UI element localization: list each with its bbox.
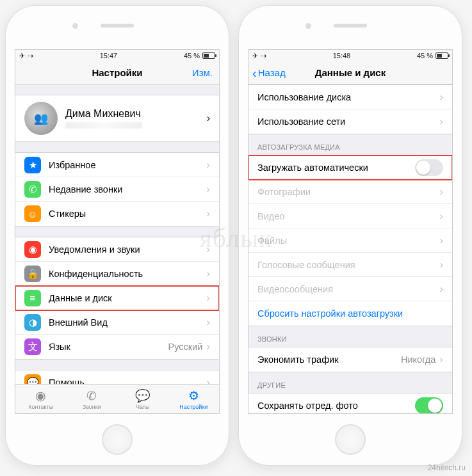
- section-header-other: ДРУГИЕ: [248, 372, 452, 393]
- tab-label: Чаты: [136, 404, 149, 410]
- chevron-right-icon: ›: [206, 207, 210, 220]
- recent-calls-icon: ✆: [24, 181, 41, 198]
- cell-save-data[interactable]: Экономить трафикНикогда›: [248, 347, 452, 372]
- chevron-right-icon: ›: [206, 292, 210, 305]
- chevron-right-icon: ›: [439, 283, 443, 296]
- status-bar: ✈︎ ⇢ 15:48 45 %: [248, 50, 452, 61]
- cell-label: Экономить трафик: [257, 354, 401, 365]
- favorites-icon: ★: [24, 157, 41, 173]
- settings-tab-icon: ⚙: [188, 388, 199, 403]
- cell-label: Использование диска: [257, 92, 439, 102]
- cell-label: Сохранять отред. фото: [257, 401, 415, 411]
- cell-videos: Видео›: [248, 204, 452, 228]
- data-disk-icon: ≡: [24, 290, 41, 306]
- cell-notifications[interactable]: ◉Уведомления и звуки›: [15, 237, 219, 262]
- phone-right: ✈︎ ⇢ 15:48 45 % ‹ Назад Данные и диск Ис…: [238, 5, 462, 466]
- data-disk-content: Использование диска›Использование сети› …: [248, 84, 452, 413]
- cell-reset[interactable]: Сбросить настройки автозагрузки: [248, 301, 452, 326]
- cell-recent-calls[interactable]: ✆Недавние звонки›: [15, 177, 219, 202]
- nav-title: Настройки: [92, 67, 142, 78]
- toggle-auto-download[interactable]: [415, 159, 443, 176]
- wifi-icon: ⇢: [28, 52, 33, 60]
- tab-calls[interactable]: ✆Звонки: [67, 385, 118, 413]
- navbar: ‹ Назад Данные и диск: [248, 61, 452, 84]
- status-time: 15:47: [100, 52, 118, 60]
- calls-tab-icon: ✆: [86, 388, 97, 403]
- battery-percent: 45 %: [417, 52, 433, 60]
- phone-left: ✈︎ ⇢ 15:47 45 % Настройки Изм. 👥 Дима: [5, 5, 229, 466]
- tab-bar: ◉Контакты✆Звонки💬Чаты⚙Настройки: [15, 384, 219, 413]
- chats-tab-icon: 💬: [135, 388, 151, 403]
- tab-label: Контакты: [28, 404, 53, 410]
- screen-data-disk: ✈︎ ⇢ 15:48 45 % ‹ Назад Данные и диск Ис…: [248, 49, 453, 414]
- cell-disk-usage[interactable]: Использование диска›: [248, 85, 452, 109]
- battery-icon: [435, 52, 448, 59]
- chevron-right-icon: ›: [439, 234, 443, 247]
- chevron-right-icon: ›: [439, 258, 443, 271]
- chevron-right-icon: ›: [439, 186, 443, 198]
- avatar: 👥: [24, 102, 58, 135]
- profile-phone-blurred: [65, 122, 142, 129]
- home-button[interactable]: [102, 424, 133, 455]
- cell-label: Конфиденциальность: [49, 269, 206, 279]
- home-button[interactable]: [335, 424, 366, 455]
- notifications-icon: ◉: [24, 241, 41, 258]
- chevron-right-icon: ›: [206, 267, 210, 280]
- wifi-icon: ⇢: [261, 52, 266, 60]
- cell-files: Файлы›: [248, 228, 452, 253]
- cell-auto-download[interactable]: Загружать автоматически: [248, 155, 452, 180]
- cell-label: Недавние звонки: [49, 184, 206, 194]
- cell-videomsg: Видеосообщения›: [248, 277, 452, 301]
- chevron-right-icon: ›: [207, 113, 210, 124]
- cell-label: Стикеры: [49, 209, 206, 219]
- profile-cell[interactable]: 👥 Дима Михневич ›: [15, 95, 219, 142]
- cell-label: Данные и диск: [49, 293, 206, 303]
- tab-chats[interactable]: 💬Чаты: [117, 385, 168, 413]
- nav-title: Данные и диск: [315, 67, 386, 78]
- cell-favorites[interactable]: ★Избранное›: [15, 153, 219, 177]
- tab-settings[interactable]: ⚙Настройки: [168, 385, 220, 413]
- battery-percent: 45 %: [184, 52, 200, 60]
- toggle-save-photo[interactable]: [415, 397, 443, 413]
- cell-value: Никогда: [401, 354, 435, 365]
- cell-label: Голосовые сообщения: [257, 260, 439, 270]
- cell-label: Избранное: [49, 160, 206, 170]
- chevron-right-icon: ›: [206, 183, 210, 196]
- chevron-left-icon: ‹: [252, 67, 257, 79]
- appearance-icon: ◑: [24, 314, 41, 331]
- cell-photos: Фотографии›: [248, 180, 452, 204]
- cell-data-disk[interactable]: ≡Данные и диск›: [15, 286, 219, 310]
- status-bar: ✈︎ ⇢ 15:47 45 %: [15, 50, 219, 61]
- chevron-right-icon: ›: [439, 115, 443, 128]
- chevron-right-icon: ›: [439, 91, 443, 104]
- cell-label: Уведомления и звуки: [49, 244, 206, 255]
- screen-settings: ✈︎ ⇢ 15:47 45 % Настройки Изм. 👥 Дима: [15, 49, 220, 414]
- cell-net-usage[interactable]: Использование сети›: [248, 109, 452, 134]
- battery-icon: [202, 52, 215, 59]
- chevron-right-icon: ›: [206, 159, 210, 171]
- chevron-right-icon: ›: [439, 210, 443, 223]
- settings-content: 👥 Дима Михневич › ★Избранное›✆Недавние з…: [15, 84, 219, 413]
- chevron-right-icon: ›: [206, 243, 210, 256]
- cell-label: Использование сети: [257, 116, 439, 127]
- edit-button[interactable]: Изм.: [192, 67, 213, 78]
- cell-language[interactable]: 文ЯзыкРусский›: [15, 335, 219, 359]
- back-button[interactable]: ‹ Назад: [252, 67, 286, 79]
- chevron-right-icon: ›: [206, 340, 210, 353]
- cell-label: Сбросить настройки автозагрузки: [257, 308, 443, 319]
- cell-label: Загружать автоматически: [257, 163, 415, 173]
- tab-contacts[interactable]: ◉Контакты: [15, 385, 67, 413]
- cell-privacy[interactable]: 🔒Конфиденциальность›: [15, 262, 219, 286]
- airplane-icon: ✈︎: [252, 52, 258, 60]
- airplane-icon: ✈︎: [19, 52, 25, 60]
- cell-save-photo[interactable]: Сохранять отред. фото: [248, 393, 452, 413]
- contacts-tab-icon: ◉: [35, 388, 46, 403]
- cell-stickers[interactable]: ☺Стикеры›: [15, 202, 219, 226]
- section-header-media: АВТОЗАГРУЗКА МЕДИА: [248, 134, 452, 155]
- profile-name: Дима Михневич: [65, 108, 199, 120]
- cell-appearance[interactable]: ◑Внешний Вид›: [15, 310, 219, 335]
- cell-label: Видеосообщения: [257, 284, 439, 294]
- cell-label: Видео: [257, 211, 439, 221]
- navbar: Настройки Изм.: [15, 61, 219, 84]
- tab-label: Настройки: [179, 404, 208, 410]
